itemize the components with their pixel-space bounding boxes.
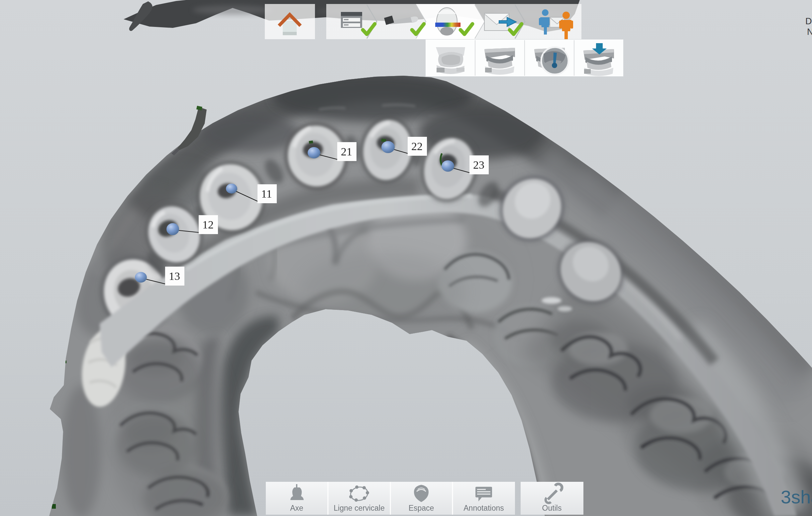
svg-text:12: 12 (202, 218, 214, 231)
svg-text:11: 11 (261, 188, 272, 200)
svg-text:23: 23 (473, 159, 485, 171)
svg-text:Ligne cervicale: Ligne cervicale (334, 504, 384, 512)
svg-text:Outils: Outils (542, 504, 562, 512)
svg-text:21: 21 (341, 146, 352, 158)
svg-text:Du: Du (805, 16, 812, 26)
svg-text:22: 22 (411, 140, 423, 152)
svg-text:Ne: Ne (807, 27, 812, 37)
svg-text:13: 13 (169, 270, 180, 282)
svg-text:3shape: 3shape (781, 486, 812, 507)
svg-text:Espace: Espace (409, 504, 434, 512)
svg-text:Axe: Axe (290, 504, 303, 512)
svg-text:Annotations: Annotations (463, 504, 504, 512)
